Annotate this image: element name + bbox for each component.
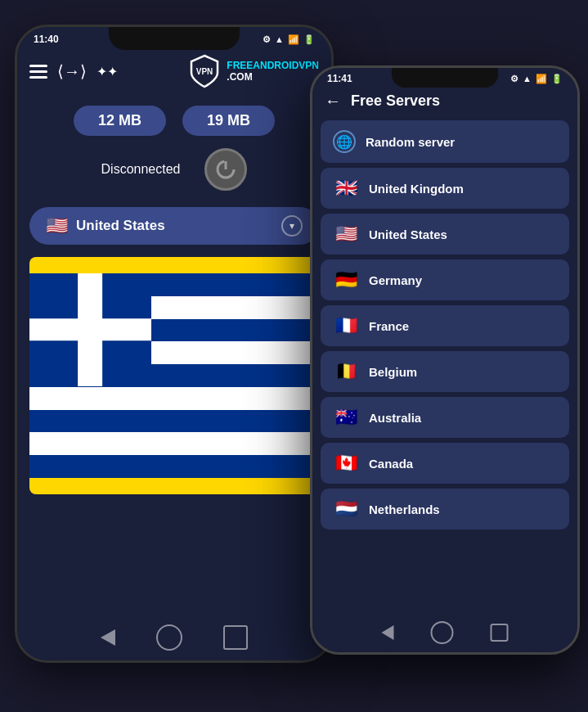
nav-bar2 (382, 621, 509, 644)
upload-badge: 19 MB (182, 106, 275, 136)
logo-free: FREE (227, 60, 253, 71)
server-name-au: Australia (369, 411, 421, 425)
connection-status: Disconnected (101, 162, 181, 177)
flag-canton (29, 273, 151, 386)
country-selector[interactable]: 🇺🇸 United States ▾ (29, 207, 319, 245)
server-item-uk[interactable]: 🇬🇧 United Kingdom (321, 168, 569, 209)
wifi-icon1: ▲ (275, 34, 284, 44)
flag-yellow-top (29, 257, 319, 273)
settings-icon2: ⚙ (510, 74, 518, 84)
power-button[interactable] (204, 148, 247, 191)
server-list: 🌐 Random server 🇬🇧 United Kingdom 🇺🇸 Uni… (312, 120, 577, 529)
country-name1: United States (76, 218, 273, 234)
home-nav-button2[interactable] (431, 621, 454, 644)
server-item-au[interactable]: 🇦🇺 Australia (321, 397, 569, 438)
server-item-ca[interactable]: 🇨🇦 Canada (321, 443, 569, 484)
time1: 11:40 (34, 34, 59, 45)
data-stats: 12 MB 19 MB (17, 97, 331, 144)
battery-icon2: 🔋 (551, 74, 563, 84)
battery-icon1: 🔋 (303, 34, 315, 45)
server-name-random: Random server (366, 135, 455, 149)
phone2: 11:41 ⚙ ▲ 📶 🔋 ← Free Servers 🌐 Random se… (310, 65, 580, 655)
share-icon[interactable]: ⟨→⟩ (57, 61, 87, 81)
conn-row: Disconnected (17, 144, 331, 203)
back-button1[interactable] (101, 629, 115, 646)
screen-title: Free Servers (351, 92, 440, 110)
globe-icon: 🌐 (333, 130, 356, 153)
status-icons1: ⚙ ▲ 📶 🔋 (263, 34, 315, 45)
server-item-de[interactable]: 🇩🇪 Germany (321, 259, 569, 300)
logo-android: ANDROIDVPN (253, 60, 319, 71)
server-item-nl[interactable]: 🇳🇱 Netherlands (321, 489, 569, 529)
back-arrow-button[interactable]: ← (325, 92, 341, 110)
flag-be-icon: 🇧🇪 (333, 361, 359, 382)
server-item-be[interactable]: 🇧🇪 Belgium (321, 351, 569, 392)
logo-text: FREEANDROIDVPN .COM (227, 60, 319, 83)
server-item-random[interactable]: 🌐 Random server (321, 120, 569, 163)
recent-nav-button2[interactable] (491, 624, 509, 642)
home-button1[interactable] (156, 624, 182, 651)
topnav2: ← Free Servers (312, 88, 577, 120)
server-name-us: United States (369, 228, 447, 241)
server-item-us[interactable]: 🇺🇸 United States (321, 214, 569, 255)
server-name-uk: United Kingdom (369, 182, 464, 196)
server-name-ca: Canada (369, 457, 413, 471)
server-name-nl: Netherlands (369, 502, 440, 516)
flag-yellow-bottom (29, 478, 319, 494)
star-icon[interactable]: ✦✦ (97, 64, 118, 79)
power-icon (214, 158, 237, 181)
server-name-be: Belgium (369, 365, 417, 379)
wifi-icon2: ▲ (523, 74, 532, 83)
flag-display (29, 257, 319, 494)
settings-icon1: ⚙ (263, 34, 271, 45)
back-nav-button2[interactable] (382, 625, 394, 640)
server-name-de: Germany (369, 273, 422, 287)
menu-button1[interactable] (223, 625, 248, 650)
server-name-fr: France (369, 319, 409, 333)
flag-uk-icon: 🇬🇧 (333, 178, 359, 199)
flag-us-icon: 🇺🇸 (333, 223, 359, 245)
logo-domain: .COM (227, 71, 319, 83)
notch2 (392, 68, 498, 88)
svg-text:VPN: VPN (196, 67, 213, 76)
home-bar1 (101, 624, 248, 651)
logo-shield-icon: VPN (186, 53, 222, 89)
chevron-down-icon[interactable]: ▾ (281, 215, 303, 237)
status-icons2: ⚙ ▲ 📶 🔋 (510, 74, 563, 84)
flag-de-icon: 🇩🇪 (333, 269, 359, 291)
signal-icon2: 📶 (536, 74, 547, 84)
flag-au-icon: 🇦🇺 (333, 407, 359, 428)
flag-body (29, 273, 319, 478)
flag-fr-icon: 🇫🇷 (333, 315, 359, 336)
logo-container: VPN FREEANDROIDVPN .COM (186, 53, 319, 89)
flag-ca-icon: 🇨🇦 (333, 453, 359, 474)
hamburger-icon[interactable] (29, 65, 47, 79)
notch1 (109, 27, 240, 50)
flag-cross (29, 273, 151, 386)
topnav1-icons: ⟨→⟩ ✦✦ (29, 61, 118, 81)
flag-nl-icon: 🇳🇱 (333, 498, 359, 520)
download-badge: 12 MB (74, 106, 166, 136)
topnav1: ⟨→⟩ ✦✦ VPN FREEANDROIDVPN .COM (17, 49, 331, 97)
server-item-fr[interactable]: 🇫🇷 France (321, 305, 569, 346)
signal-icon1: 📶 (288, 34, 299, 45)
phone1: 11:40 ⚙ ▲ 📶 🔋 ⟨→⟩ ✦✦ VPN (15, 25, 334, 663)
country-flag1: 🇺🇸 (46, 215, 68, 237)
time2: 11:41 (327, 73, 352, 84)
